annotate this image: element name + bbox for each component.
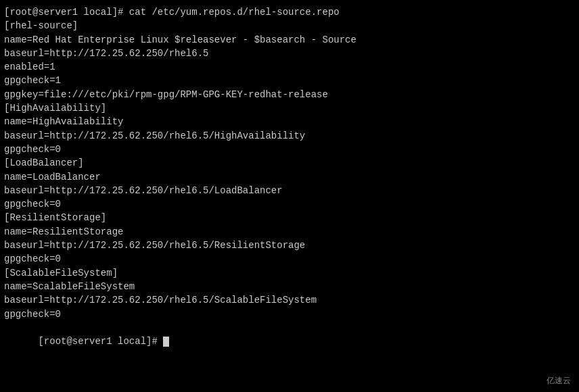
terminal-line: name=ScalableFileSystem — [4, 280, 575, 293]
cursor-block — [163, 337, 169, 347]
terminal-line: baseurl=http://172.25.62.250/rhel6.5/Sca… — [4, 293, 575, 307]
terminal-line: gpgcheck=1 — [4, 74, 575, 87]
terminal-line: [ScalableFileSystem] — [4, 266, 575, 280]
terminal-line: gpgcheck=0 — [4, 197, 575, 211]
terminal-line: [rhel-source] — [4, 19, 575, 32]
terminal-line: gpgcheck=0 — [4, 252, 575, 266]
terminal-line: enabled=1 — [4, 60, 575, 74]
terminal-prompt-line[interactable]: [root@server1 local]# — [4, 321, 575, 362]
terminal-line: gpgkey=file:///etc/pki/rpm-gpg/RPM-GPG-K… — [4, 88, 575, 101]
terminal-line: name=ResilientStorage — [4, 225, 575, 239]
terminal-line: baseurl=http://172.25.62.250/rhel6.5/Loa… — [4, 184, 575, 197]
watermark-logo: 亿速云 — [547, 375, 571, 387]
terminal-line: name=LoadBalancer — [4, 170, 575, 184]
terminal-line: [LoadBalancer] — [4, 156, 575, 170]
terminal-line: gpgcheck=0 — [4, 143, 575, 156]
terminal-output: [root@server1 local]# cat /etc/yum.repos… — [4, 5, 575, 362]
terminal-line: name=Red Hat Enterprise Linux $releaseve… — [4, 33, 575, 47]
terminal-line: baseurl=http://172.25.62.250/rhel6.5 — [4, 47, 575, 60]
prompt-text: [root@server1 local]# — [38, 336, 163, 347]
terminal-line: [root@server1 local]# cat /etc/yum.repos… — [4, 5, 575, 19]
terminal-line: baseurl=http://172.25.62.250/rhel6.5/Hig… — [4, 129, 575, 143]
terminal-line: name=HighAvailability — [4, 115, 575, 128]
terminal-line: [ResilientStorage] — [4, 211, 575, 224]
terminal-line: gpgcheck=0 — [4, 308, 575, 321]
terminal-line: [HighAvailability] — [4, 101, 575, 115]
terminal-line: baseurl=http://172.25.62.250/rhel6.5/Res… — [4, 239, 575, 252]
terminal-window: [root@server1 local]# cat /etc/yum.repos… — [0, 0, 579, 392]
